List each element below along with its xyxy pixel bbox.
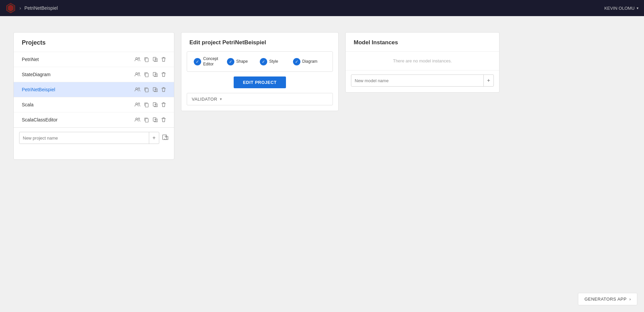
step-diagram: ✓ Diagram bbox=[293, 58, 326, 65]
main-content: Projects PetriNet bbox=[0, 16, 644, 312]
project-name: Scala bbox=[22, 102, 34, 107]
copy-icon[interactable] bbox=[144, 87, 149, 92]
validator-bar[interactable]: VALIDATOR ▾ bbox=[187, 93, 333, 105]
svg-rect-20 bbox=[145, 118, 148, 122]
model-panel-title: Model Instances bbox=[346, 33, 499, 51]
project-name: PetriNet bbox=[22, 57, 39, 62]
new-model-input-wrap: + bbox=[351, 74, 494, 87]
projects-panel-title: Projects bbox=[14, 33, 174, 52]
breadcrumb-chevron-icon: › bbox=[19, 5, 21, 11]
topnav: › PetriNetBeispiel KEVIN OLOMU ▾ bbox=[0, 0, 644, 16]
delete-icon[interactable] bbox=[161, 72, 166, 77]
users-icon[interactable] bbox=[134, 87, 140, 92]
svg-point-7 bbox=[138, 72, 139, 74]
generators-app-button[interactable]: GENERATORS APP › bbox=[578, 293, 637, 305]
svg-point-15 bbox=[138, 103, 139, 104]
svg-point-19 bbox=[138, 118, 139, 119]
project-actions bbox=[134, 117, 166, 122]
project-list: PetriNet bbox=[14, 52, 174, 127]
model-instances-panel: Model Instances There are no model insta… bbox=[345, 32, 500, 93]
add-model-button[interactable]: + bbox=[483, 75, 493, 86]
svg-rect-16 bbox=[145, 103, 148, 107]
users-icon[interactable] bbox=[134, 72, 140, 77]
step-check-icon: ✓ bbox=[194, 58, 201, 65]
user-menu[interactable]: KEVIN OLOMU ▾ bbox=[604, 6, 639, 11]
users-icon[interactable] bbox=[134, 57, 140, 62]
new-model-area: + bbox=[346, 70, 499, 91]
export-icon[interactable] bbox=[153, 102, 158, 107]
step-concept-editor: ✓ Concept Editor bbox=[194, 56, 227, 67]
breadcrumb-text: PetriNetBeispiel bbox=[24, 5, 58, 11]
copy-icon[interactable] bbox=[144, 72, 149, 77]
export-icon[interactable] bbox=[153, 87, 158, 92]
new-project-area: + bbox=[14, 127, 174, 148]
project-actions bbox=[134, 102, 166, 107]
project-row[interactable]: Scala bbox=[14, 97, 174, 112]
generators-app-label: GENERATORS APP bbox=[584, 297, 627, 302]
generators-app-chevron-icon: › bbox=[629, 297, 631, 302]
users-icon[interactable] bbox=[134, 117, 140, 122]
new-project-input[interactable] bbox=[19, 133, 149, 143]
project-actions bbox=[134, 87, 166, 92]
svg-point-2 bbox=[136, 58, 137, 59]
edit-panel-title: Edit project PetriNetBeispiel bbox=[181, 33, 338, 51]
project-row[interactable]: StateDiagram bbox=[14, 67, 174, 82]
copy-icon[interactable] bbox=[144, 57, 149, 62]
project-name-active: PetriNetBeispiel bbox=[22, 87, 55, 92]
project-actions bbox=[134, 72, 166, 77]
validator-chevron-icon: ▾ bbox=[220, 97, 222, 101]
user-name: KEVIN OLOMU bbox=[604, 6, 635, 11]
step-check-icon: ✓ bbox=[227, 58, 234, 65]
plus-icon: + bbox=[153, 135, 156, 141]
step-shape: ✓ Shape bbox=[227, 58, 260, 65]
add-project-button[interactable]: + bbox=[149, 132, 159, 144]
svg-point-3 bbox=[138, 57, 139, 59]
export-icon[interactable] bbox=[153, 72, 158, 77]
projects-panel: Projects PetriNet bbox=[13, 32, 174, 160]
app-logo-icon[interactable] bbox=[5, 3, 16, 13]
delete-icon[interactable] bbox=[161, 117, 166, 122]
project-actions bbox=[134, 57, 166, 62]
delete-icon[interactable] bbox=[161, 102, 166, 107]
step-label: Style bbox=[269, 59, 278, 64]
step-style: ✓ Style bbox=[260, 58, 293, 65]
plus-icon: + bbox=[487, 77, 490, 84]
edit-project-panel: Edit project PetriNetBeispiel ✓ Concept … bbox=[181, 32, 339, 111]
svg-point-18 bbox=[136, 118, 137, 120]
copy-icon[interactable] bbox=[144, 117, 149, 122]
step-check-icon: ✓ bbox=[293, 58, 300, 65]
step-check-icon: ✓ bbox=[260, 58, 267, 65]
step-label: Concept Editor bbox=[203, 56, 227, 67]
copy-icon[interactable] bbox=[144, 102, 149, 107]
svg-point-6 bbox=[136, 73, 137, 74]
svg-rect-8 bbox=[145, 73, 148, 77]
no-instances-text: There are no model instances. bbox=[346, 51, 499, 70]
step-label: Diagram bbox=[302, 59, 317, 64]
topnav-left: › PetriNetBeispiel bbox=[5, 3, 58, 13]
new-model-input[interactable] bbox=[351, 75, 483, 86]
step-label: Shape bbox=[236, 59, 248, 64]
delete-icon[interactable] bbox=[161, 87, 166, 92]
svg-point-10 bbox=[136, 88, 137, 90]
user-menu-chevron-icon: ▾ bbox=[637, 6, 639, 10]
import-project-icon[interactable] bbox=[162, 134, 169, 142]
svg-rect-12 bbox=[145, 88, 148, 92]
export-icon[interactable] bbox=[153, 117, 158, 122]
project-name: ScalaClassEditor bbox=[22, 117, 58, 122]
project-row-active[interactable]: PetriNetBeispiel bbox=[14, 82, 174, 97]
users-icon[interactable] bbox=[134, 102, 140, 107]
delete-icon[interactable] bbox=[161, 57, 166, 62]
export-icon[interactable] bbox=[153, 57, 158, 62]
svg-point-14 bbox=[136, 103, 137, 105]
project-name: StateDiagram bbox=[22, 72, 51, 77]
project-row[interactable]: PetriNet bbox=[14, 52, 174, 67]
svg-rect-4 bbox=[145, 58, 148, 62]
edit-project-button[interactable]: EDIT PROJECT bbox=[234, 76, 286, 88]
svg-point-11 bbox=[138, 88, 139, 89]
validator-label: VALIDATOR bbox=[192, 97, 217, 102]
new-project-input-wrap: + bbox=[19, 132, 159, 144]
project-row[interactable]: ScalaClassEditor bbox=[14, 112, 174, 127]
steps-bar: ✓ Concept Editor ✓ Shape ✓ Style ✓ Diagr… bbox=[187, 51, 333, 72]
